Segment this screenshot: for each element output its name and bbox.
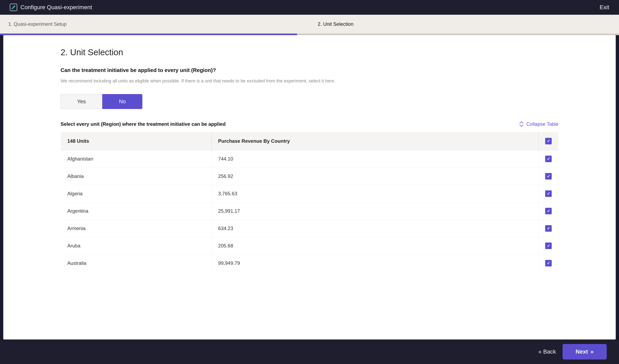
next-chevron-icon: » <box>590 349 594 355</box>
collapse-icon <box>519 121 524 127</box>
unit-value: 99,949.79 <box>211 255 539 272</box>
unit-value: 3,765.63 <box>211 185 539 202</box>
progress-bar-fill <box>0 34 297 35</box>
yes-button[interactable]: Yes <box>61 94 102 109</box>
unit-checkbox[interactable] <box>545 208 552 214</box>
table-row: Albania256.92 <box>61 168 558 185</box>
svg-line-1 <box>521 122 523 123</box>
unit-checkbox-cell <box>539 255 558 272</box>
table-row: Aruba205.68 <box>61 237 558 255</box>
unit-name: Australia <box>61 255 211 272</box>
question-label: Can the treatment initiative be applied … <box>61 67 558 73</box>
back-chevron-icon: « <box>538 349 542 355</box>
next-button[interactable]: Next » <box>563 344 607 360</box>
unit-checkbox[interactable] <box>545 156 552 162</box>
svg-line-3 <box>521 125 523 126</box>
unit-name: Armenia <box>61 220 211 237</box>
select-all-checkbox[interactable] <box>545 138 552 144</box>
table-header-row-element: 148 Units Purchase Revenue By Country <box>61 132 558 150</box>
progress-step-1: 1. Quasi-experiment Setup <box>0 15 310 34</box>
progress-area: 1. Quasi-experiment Setup 2. Unit Select… <box>0 15 619 35</box>
table-row: Armenia634.23 <box>61 220 558 237</box>
table-row: Argentina25,991.17 <box>61 202 558 220</box>
collapse-table-button[interactable]: Collapse Table <box>519 121 558 127</box>
col-units-header: 148 Units <box>61 132 211 150</box>
app-icon: 🧪 <box>10 4 17 11</box>
table-row: Afghanistan744.10 <box>61 150 558 168</box>
bottom-bar: « Back Next » <box>0 339 619 364</box>
unit-checkbox-cell <box>539 150 558 168</box>
unit-checkbox-cell <box>539 237 558 255</box>
progress-steps: 1. Quasi-experiment Setup 2. Unit Select… <box>0 15 619 34</box>
unit-checkbox[interactable] <box>545 173 552 180</box>
unit-checkbox[interactable] <box>545 242 552 249</box>
unit-name: Afghanistan <box>61 150 211 168</box>
unit-checkbox-cell <box>539 185 558 202</box>
table-row: Algeria3,765.63 <box>61 185 558 202</box>
unit-checkbox-cell <box>539 168 558 185</box>
unit-name: Algeria <box>61 185 211 202</box>
main-content: 2. Unit Selection Can the treatment init… <box>3 35 616 339</box>
unit-name: Argentina <box>61 202 211 220</box>
no-button[interactable]: No <box>102 94 142 109</box>
svg-line-0 <box>520 122 521 123</box>
col-checkbox-header <box>539 132 558 150</box>
table-section-label: Select every unit (Region) where the tre… <box>61 121 226 127</box>
unit-value: 634.23 <box>211 220 539 237</box>
progress-step-2: 2. Unit Selection <box>310 15 619 34</box>
unit-value: 744.10 <box>211 150 539 168</box>
unit-checkbox[interactable] <box>545 190 552 197</box>
back-button[interactable]: « Back <box>538 349 556 355</box>
unit-value: 205.68 <box>211 237 539 255</box>
unit-checkbox-cell <box>539 202 558 220</box>
table-header-row: Select every unit (Region) where the tre… <box>61 121 558 127</box>
unit-name: Albania <box>61 168 211 185</box>
unit-checkbox[interactable] <box>545 260 552 266</box>
table-row: Australia99,949.79 <box>61 255 558 272</box>
col-revenue-header: Purchase Revenue By Country <box>211 132 539 150</box>
exit-button[interactable]: Exit <box>600 4 609 11</box>
app-title: Configure Quasi-experiment <box>20 4 92 11</box>
unit-value: 256.92 <box>211 168 539 185</box>
unit-checkbox-cell <box>539 220 558 237</box>
units-table: 148 Units Purchase Revenue By Country Af… <box>61 132 558 272</box>
page-title: 2. Unit Selection <box>61 47 558 57</box>
app-title-group: 🧪 Configure Quasi-experiment <box>10 4 92 11</box>
unit-value: 25,991.17 <box>211 202 539 220</box>
yes-no-toggle: Yes No <box>61 94 142 109</box>
unit-checkbox[interactable] <box>545 225 552 232</box>
unit-name: Aruba <box>61 237 211 255</box>
top-bar: 🧪 Configure Quasi-experiment Exit <box>0 0 619 15</box>
question-help: We recommend including all units as elig… <box>61 78 558 84</box>
progress-bar-track <box>0 34 619 35</box>
svg-line-2 <box>520 125 521 126</box>
